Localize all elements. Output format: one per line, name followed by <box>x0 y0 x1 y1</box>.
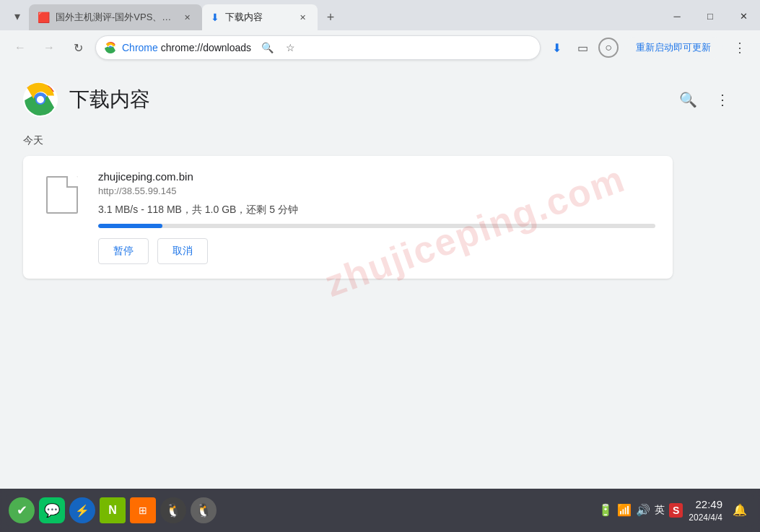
file-icon <box>46 176 78 214</box>
lang-label: 英 <box>655 504 665 517</box>
file-icon-area <box>40 170 84 214</box>
battery-icon: 🔋 <box>598 503 613 517</box>
page-menu-button[interactable]: ⋮ <box>708 85 737 114</box>
download-filename: zhujiceping.com.bin <box>98 170 655 183</box>
chrome-menu-button[interactable]: ⋮ <box>728 36 751 59</box>
progress-bar-fill <box>98 224 162 228</box>
update-restart-button[interactable]: 重新启动即可更新 <box>624 37 722 58</box>
nav-bar: ← → ↻ Chrome chrome://downloads 🔍 ☆ ⬇ ▭ … <box>0 30 760 65</box>
tab1-close[interactable]: ✕ <box>180 11 193 24</box>
input-s-label: S <box>669 503 683 518</box>
taskbar: ✔ 💬 ⚡ N ⊞ 🐧 🐧 🔋 📶 🔊 英 S 22:49 2024/4/4 🔔 <box>0 489 760 532</box>
chrome-logo-small-icon <box>105 42 116 53</box>
window-controls: ─ □ ✕ <box>660 4 760 30</box>
page-search-button[interactable]: 🔍 <box>673 85 702 114</box>
tab-list-button[interactable]: ▾ <box>6 4 29 27</box>
taskbar-penguin2-icon[interactable]: 🐧 <box>191 497 217 523</box>
taskbar-date-display: 2024/4/4 <box>689 512 722 524</box>
tab-bar: ▾ 🟥 国外主机测评-国外VPS、国... ✕ ⬇ 下载内容 ✕ + ─ □ ✕ <box>0 0 760 30</box>
minimize-button[interactable]: ─ <box>660 4 694 27</box>
tab2-favicon: ⬇ <box>211 12 219 23</box>
forward-button[interactable]: → <box>38 36 61 59</box>
taskbar-wechat-icon[interactable]: 💬 <box>39 497 65 523</box>
address-text: Chrome chrome://downloads <box>122 42 251 53</box>
taskbar-right: 🔋 📶 🔊 英 S 22:49 2024/4/4 🔔 <box>598 497 751 524</box>
page-actions: 🔍 ⋮ <box>673 85 737 114</box>
download-info: zhujiceping.com.bin http://38.55.99.145 … <box>98 170 655 264</box>
address-url-label: chrome://downloads <box>161 42 251 53</box>
page-title: 下载内容 <box>69 86 150 113</box>
download-indicator-button[interactable]: ⬇ <box>546 38 567 58</box>
new-tab-button[interactable]: + <box>320 7 341 27</box>
download-card: zhujiceping.com.bin http://38.55.99.145 … <box>23 156 673 279</box>
taskbar-bluetooth-icon[interactable]: ⚡ <box>69 497 95 523</box>
bookmark-button[interactable]: ☆ <box>280 38 300 58</box>
maximize-button[interactable]: □ <box>694 4 727 27</box>
download-url: http://38.55.99.145 <box>98 186 655 196</box>
chrome-logo-icon <box>23 82 58 117</box>
section-today-label: 今天 <box>23 134 737 147</box>
page-content: zhujiceping.com 下载内容 🔍 ⋮ 今天 <box>0 65 760 490</box>
download-actions: 暂停 取消 <box>98 238 655 264</box>
tab1-label: 国外主机测评-国外VPS、国... <box>56 11 175 24</box>
notification-button[interactable]: 🔔 <box>728 499 751 522</box>
taskbar-penguin1-icon[interactable]: 🐧 <box>160 497 186 523</box>
tab1-favicon: 🟥 <box>38 12 50 23</box>
address-bar[interactable]: Chrome chrome://downloads 🔍 ☆ <box>95 35 541 60</box>
reload-button[interactable]: ↻ <box>66 36 89 59</box>
progress-bar-container <box>98 224 655 228</box>
tab-2[interactable]: ⬇ 下载内容 ✕ <box>202 4 318 30</box>
notification-icon: 🔔 <box>733 503 747 517</box>
taskbar-clock: 22:49 2024/4/4 <box>689 497 722 524</box>
page-title-area: 下载内容 <box>23 82 150 117</box>
chrome-brand-label: Chrome <box>122 42 158 53</box>
taskbar-check-icon[interactable]: ✔ <box>9 497 35 523</box>
tab2-close[interactable]: ✕ <box>296 11 309 24</box>
tab-1[interactable]: 🟥 国外主机测评-国外VPS、国... ✕ <box>29 4 202 30</box>
address-icons: 🔍 ☆ <box>257 38 300 58</box>
close-button[interactable]: ✕ <box>727 4 760 27</box>
taskbar-grid-icon[interactable]: ⊞ <box>130 497 156 523</box>
sidebar-toggle-button[interactable]: ▭ <box>572 38 593 58</box>
page-header: 下载内容 🔍 ⋮ <box>23 82 737 117</box>
address-search-button[interactable]: 🔍 <box>257 38 277 58</box>
taskbar-nvidia-icon[interactable]: N <box>100 497 126 523</box>
taskbar-sys-icons: 🔋 📶 🔊 英 S <box>598 503 683 518</box>
volume-icon: 🔊 <box>636 503 650 517</box>
cancel-button[interactable]: 取消 <box>157 238 208 264</box>
svg-point-3 <box>37 96 44 103</box>
tab2-label: 下载内容 <box>225 11 290 24</box>
download-status: 3.1 MB/s - 118 MB，共 1.0 GB，还剩 5 分钟 <box>98 204 655 217</box>
pause-button[interactable]: 暂停 <box>98 238 149 264</box>
taskbar-time-display: 22:49 <box>689 497 722 512</box>
wifi-icon: 📶 <box>617 503 632 517</box>
back-button[interactable]: ← <box>9 36 32 59</box>
profile-button[interactable]: ○ <box>598 38 619 58</box>
